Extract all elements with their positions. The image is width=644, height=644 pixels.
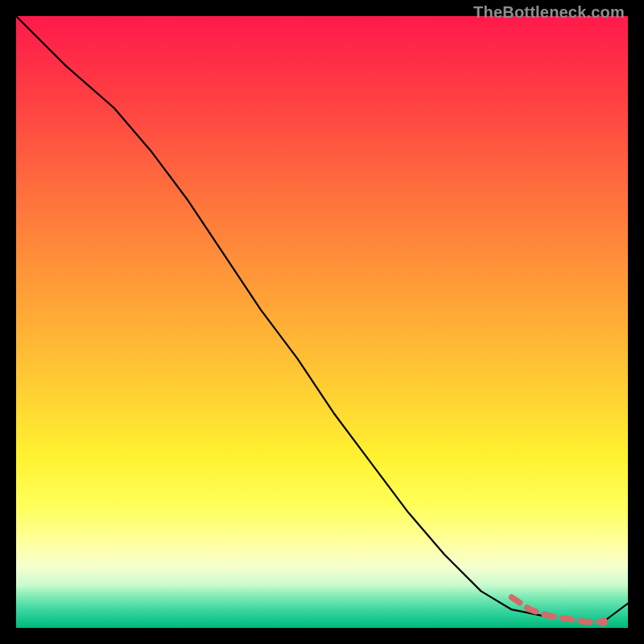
dashed-segment (512, 597, 604, 621)
tail-uptick (604, 604, 628, 622)
solid-curve (16, 16, 543, 616)
chart-frame: TheBottleneck.com (0, 0, 644, 644)
end-marker (599, 617, 608, 626)
chart-svg-layer (16, 16, 628, 628)
